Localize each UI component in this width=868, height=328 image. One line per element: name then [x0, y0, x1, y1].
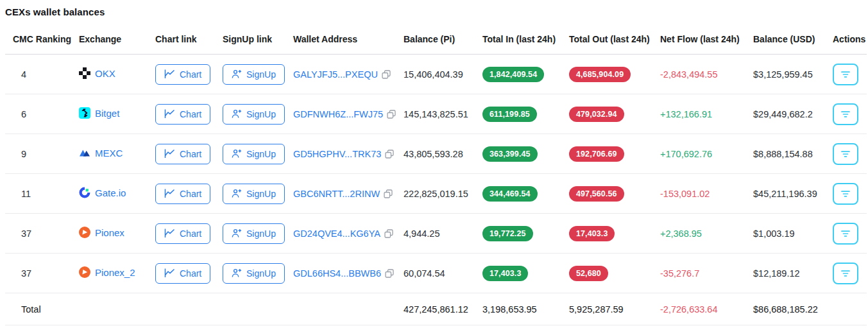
total-in-badge: 344,469.54 — [482, 186, 538, 202]
header-exchange: Exchange — [71, 22, 148, 55]
chart-button-label: Chart — [180, 149, 201, 159]
chart-button-label: Chart — [180, 268, 201, 279]
cmc-ranking-value: 37 — [5, 214, 71, 254]
copy-icon[interactable] — [384, 229, 393, 238]
net-flow-value: -2,843,494.55 — [652, 55, 745, 94]
copy-icon[interactable] — [385, 150, 394, 159]
cex-balances-table: CMC Ranking Exchange Chart link SignUp l… — [5, 22, 867, 325]
actions-button[interactable] — [833, 223, 858, 245]
total-in-badge: 363,399.45 — [482, 146, 538, 162]
person-plus-icon — [232, 109, 242, 119]
header-chart-link: Chart link — [148, 22, 215, 55]
signup-button[interactable]: SignUp — [223, 144, 285, 164]
wallet-address-link[interactable]: GALYJFJ5...PXEQU — [293, 69, 378, 80]
pionex-logo-icon — [79, 266, 90, 278]
table-body: 4 OKX Chart SignUp — [5, 55, 867, 293]
chart-button-label: Chart — [180, 189, 201, 199]
signup-button[interactable]: SignUp — [223, 223, 285, 244]
copy-icon[interactable] — [385, 269, 394, 278]
filter-icon — [840, 110, 851, 118]
copy-icon[interactable] — [387, 110, 396, 119]
total-net-flow: -2,726,633.64 — [652, 293, 745, 325]
filter-icon — [840, 190, 851, 198]
chart-button[interactable]: Chart — [155, 64, 210, 85]
header-total-out: Total Out (last 24h) — [561, 22, 652, 55]
actions-button[interactable] — [833, 103, 858, 125]
copy-icon[interactable] — [382, 70, 391, 79]
balance-pi-value: 43,805,593.28 — [396, 134, 475, 174]
chart-button-label: Chart — [180, 229, 201, 239]
total-in-badge: 19,772.25 — [482, 226, 533, 241]
wallet-address-link[interactable]: GD24QVE4...KG6YA — [293, 229, 380, 239]
chart-button[interactable]: Chart — [155, 144, 210, 164]
total-balance-usd: $86,688,185.22 — [745, 293, 825, 325]
exchange-link[interactable]: Pionex_2 — [79, 266, 135, 278]
exchange-link[interactable]: OKX — [79, 67, 115, 79]
cex-balances-panel: CEXs wallet balances CMC Ranking Exchang… — [0, 0, 868, 325]
chart-icon — [164, 268, 175, 278]
okx-logo-icon — [79, 67, 90, 79]
table-row: 37 Pionex Chart SignUp — [5, 214, 867, 254]
balance-pi-value: 145,143,825.51 — [396, 94, 475, 134]
filter-icon — [840, 230, 851, 237]
exchange-link[interactable]: Bitget — [79, 107, 119, 119]
chart-button[interactable]: Chart — [155, 184, 210, 204]
exchange-name: Pionex — [95, 227, 124, 238]
chart-button[interactable]: Chart — [155, 263, 210, 284]
balance-pi-value: 222,825,019.15 — [396, 174, 475, 214]
signup-button-label: SignUp — [246, 149, 276, 159]
total-in-badge: 1,842,409.54 — [482, 67, 544, 82]
balance-usd-value: $45,211,196.39 — [745, 174, 825, 214]
chart-button[interactable]: Chart — [155, 104, 210, 125]
signup-button[interactable]: SignUp — [223, 104, 285, 125]
net-flow-value: +2,368.95 — [652, 214, 745, 254]
wallet-address-link[interactable]: GD5HGPHV...TRK73 — [293, 149, 381, 159]
total-in-badge: 611,199.85 — [482, 107, 537, 122]
total-in-badge: 17,403.3 — [482, 266, 528, 281]
exchange-name: Bitget — [95, 108, 119, 119]
actions-button[interactable] — [833, 263, 858, 284]
exchange-link[interactable]: Pionex — [79, 227, 124, 238]
wallet-address-link[interactable]: GBC6NRTT...2RINW — [293, 189, 380, 199]
signup-button[interactable]: SignUp — [223, 184, 285, 204]
signup-button[interactable]: SignUp — [223, 64, 285, 85]
chart-icon — [164, 149, 175, 159]
wallet-address-link[interactable]: GDFNWH6Z...FWJ75 — [293, 109, 383, 119]
exchange-link[interactable]: Gate.io — [79, 187, 126, 198]
wallet-address-link[interactable]: GDL66HS4...BBWB6 — [293, 268, 381, 279]
exchange-name: Pionex_2 — [95, 267, 135, 278]
exchange-link[interactable]: MEXC — [79, 147, 123, 159]
bitget-logo-icon — [79, 107, 90, 119]
total-balance-pi: 427,245,861.12 — [396, 293, 475, 325]
signup-button[interactable]: SignUp — [223, 263, 285, 284]
balance-usd-value: $12,189.12 — [745, 254, 825, 293]
header-wallet-address: Wallet Address — [285, 22, 396, 55]
actions-button[interactable] — [833, 143, 858, 165]
signup-button-label: SignUp — [246, 109, 276, 119]
signup-button-label: SignUp — [246, 69, 276, 80]
chart-icon — [164, 109, 175, 119]
exchange-logo-icon — [79, 107, 90, 119]
chart-button[interactable]: Chart — [155, 223, 210, 244]
cmc-ranking-value: 37 — [5, 254, 71, 293]
pionex-logo-icon — [79, 227, 90, 238]
person-plus-icon — [232, 69, 242, 79]
header-actions: Actions — [825, 22, 867, 55]
cmc-ranking-value: 11 — [5, 174, 71, 214]
actions-button[interactable] — [833, 64, 858, 85]
header-cmc-ranking: CMC Ranking — [5, 22, 71, 55]
copy-icon[interactable] — [384, 189, 393, 198]
cmc-ranking-value: 6 — [5, 94, 71, 134]
table-row: 6 Bitget Chart SignUp — [5, 94, 867, 134]
person-plus-icon — [232, 268, 242, 278]
exchange-logo-icon — [79, 227, 90, 238]
total-out-badge: 192,706.69 — [569, 146, 624, 162]
actions-button[interactable] — [833, 183, 858, 205]
chart-icon — [164, 189, 175, 198]
table-row: 4 OKX Chart SignUp — [5, 55, 867, 94]
header-balance-pi: Balance (Pi) — [396, 22, 475, 55]
balance-usd-value: $1,003.19 — [745, 214, 825, 254]
balance-usd-value: $8,888,154.88 — [745, 134, 825, 174]
total-label: Total — [5, 293, 71, 325]
balance-pi-value: 4,944.25 — [396, 214, 475, 254]
